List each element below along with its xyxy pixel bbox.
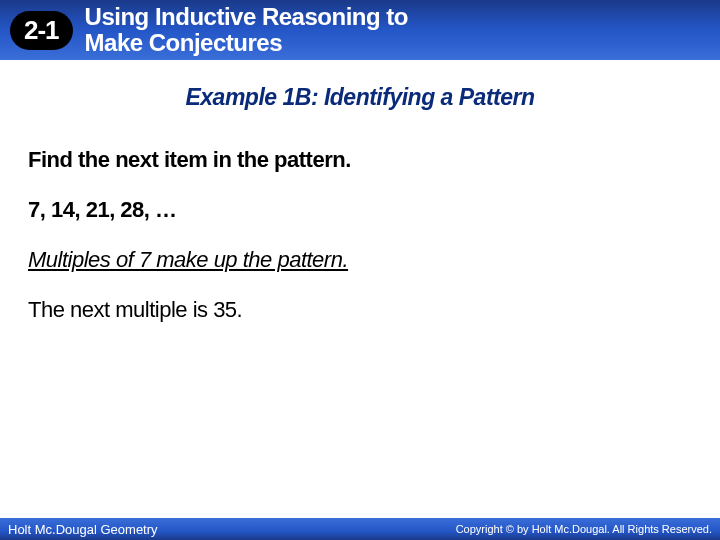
lesson-title-line2: Make Conjectures	[85, 29, 282, 56]
answer-text: The next multiple is 35.	[28, 297, 692, 323]
lesson-title: Using Inductive Reasoning to Make Conjec…	[85, 4, 408, 57]
footer-copyright: Copyright © by Holt Mc.Dougal. All Right…	[456, 523, 712, 535]
slide-content: Example 1B: Identifying a Pattern Find t…	[0, 60, 720, 323]
slide-header: 2-1 Using Inductive Reasoning to Make Co…	[0, 0, 720, 60]
example-heading: Example 1B: Identifying a Pattern	[28, 84, 692, 111]
footer-book-title: Holt Mc.Dougal Geometry	[8, 522, 158, 537]
problem-instruction: Find the next item in the pattern.	[28, 147, 692, 173]
lesson-title-line1: Using Inductive Reasoning to	[85, 3, 408, 30]
section-number-badge: 2-1	[10, 11, 73, 50]
pattern-observation: Multiples of 7 make up the pattern.	[28, 247, 692, 273]
number-sequence: 7, 14, 21, 28, …	[28, 197, 692, 223]
slide-footer: Holt Mc.Dougal Geometry Copyright © by H…	[0, 518, 720, 540]
